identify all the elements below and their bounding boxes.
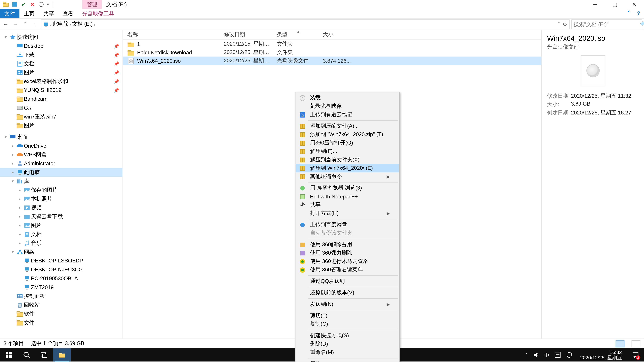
context-menu-item[interactable]: 重命名(M)	[296, 348, 399, 357]
context-menu-item[interactable]: 装载	[296, 94, 399, 102]
ribbon-tab-home[interactable]: 主页	[20, 9, 39, 18]
help-button[interactable]: ?	[634, 9, 644, 18]
tree-item[interactable]: Bandicam	[0, 94, 122, 103]
address-dropdown[interactable]: ˅	[558, 21, 560, 27]
chevron-icon[interactable]: ▸	[17, 223, 23, 228]
context-menu-item[interactable]: 使用 360管理右键菜单	[296, 266, 399, 274]
tree-item[interactable]: ▾库	[0, 177, 122, 186]
file-row[interactable]: Win7x64_2020.iso2020/12/25, 星期五 1...光盘映像…	[123, 57, 541, 65]
search-icon[interactable]: 🔍	[640, 21, 644, 27]
tree-item[interactable]: win7重装win7	[0, 112, 122, 121]
tree-item[interactable]: excel表格制作求和📌	[0, 77, 122, 86]
context-menu-item[interactable]: 复制(C)	[296, 320, 399, 328]
file-row[interactable]: BaiduNetdiskDownload2020/12/25, 星期五 1...…	[123, 48, 541, 56]
minimize-button[interactable]: ─	[586, 0, 605, 9]
context-menu-item[interactable]: 打开方式(H)▶	[296, 209, 399, 217]
context-menu-item[interactable]: 刻录光盘映像	[296, 102, 399, 110]
action-center-button[interactable]: 3	[630, 349, 641, 361]
context-menu-item[interactable]: 属性(R)	[296, 360, 399, 362]
task-view-button[interactable]	[36, 348, 53, 362]
taskbar-explorer[interactable]	[53, 348, 70, 362]
context-menu-item[interactable]: 使用 360强力删除	[296, 249, 399, 257]
chevron-icon[interactable]: ▸	[17, 232, 23, 236]
qat-btn-3[interactable]: ✖	[29, 1, 36, 7]
context-menu-item[interactable]: 添加到压缩文件(A)...	[296, 122, 399, 130]
ribbon-tab-share[interactable]: 共享	[39, 9, 58, 18]
context-menu-item[interactable]: 通过QQ发送到	[296, 277, 399, 285]
context-menu-item[interactable]: 使用 360解除占用	[296, 241, 399, 249]
ime-indicator[interactable]: 中	[544, 352, 549, 358]
file-row[interactable]: 12020/12/15, 星期二 1...文件夹	[123, 40, 541, 48]
tree-item[interactable]: ▸本机照片	[0, 194, 122, 203]
tree-item[interactable]: ▸视频	[0, 203, 122, 212]
qat-dropdown[interactable]: ▾	[47, 2, 49, 6]
ribbon-tab-disc-tools[interactable]: 光盘映像工具	[78, 9, 118, 18]
column-size[interactable]: 大小	[318, 30, 354, 39]
taskbar-search[interactable]	[18, 348, 35, 362]
ribbon-collapse[interactable]: ˅	[624, 9, 634, 18]
column-type[interactable]: 类型	[272, 30, 318, 39]
tree-item[interactable]: 软件	[0, 309, 122, 318]
tree-desktop-group[interactable]: ▾桌面	[0, 133, 122, 141]
nav-history-dropdown[interactable]: ˅	[21, 20, 29, 28]
breadcrumb[interactable]: › 此电脑 › 文档 (E:) › ˅ ⟳	[41, 19, 570, 29]
nav-back[interactable]: ←	[2, 20, 10, 28]
nav-up[interactable]: ↑	[31, 20, 39, 28]
tree-item[interactable]: DESKTOP-LSSOEDP	[0, 256, 122, 265]
security-icon[interactable]	[566, 352, 572, 358]
taskbar-clock[interactable]: 16:32 2020/12/25, 星期五	[578, 350, 624, 360]
tree-item[interactable]: ▸图片	[0, 221, 122, 230]
qat-btn-4[interactable]	[38, 1, 44, 7]
context-menu-item[interactable]: 用360压缩打开(Q)	[296, 139, 399, 147]
chevron-icon[interactable]: ▸	[10, 161, 16, 166]
tree-item[interactable]: ▸天翼云盘下载	[0, 212, 122, 221]
column-modified[interactable]: 修改日期	[219, 30, 272, 39]
chevron-icon[interactable]: ▸	[17, 241, 23, 245]
tree-item[interactable]: ▸OneDrive	[0, 141, 122, 150]
chevron-icon[interactable]: ▸	[17, 205, 23, 210]
context-menu-item[interactable]: 添加到 "Win7x64_2020.zip" (T)	[296, 130, 399, 139]
tree-item[interactable]: 文件	[0, 318, 122, 327]
tree-item[interactable]: 图片📌	[0, 68, 122, 77]
chevron-icon[interactable]: ▾	[3, 135, 9, 139]
column-name[interactable]: 名称	[123, 30, 219, 39]
context-menu-item[interactable]: 发送到(N)▶	[296, 300, 399, 309]
tree-item[interactable]: ▸WPS网盘	[0, 150, 122, 159]
context-menu-item[interactable]: 使用 360进行木马云查杀	[296, 257, 399, 266]
tree-item[interactable]: ZMT2019	[0, 283, 122, 292]
context-menu-item[interactable]: 用 蜂蜜浏览器 浏览(3)	[296, 184, 399, 192]
context-menu-item[interactable]: 创建快捷方式(S)	[296, 332, 399, 340]
chevron-right-icon[interactable]: ›	[70, 21, 71, 27]
ribbon-tab-file[interactable]: 文件	[0, 9, 20, 18]
context-menu-item[interactable]: 删除(D)	[296, 340, 399, 348]
chevron-icon[interactable]: ▾	[10, 250, 16, 254]
chevron-icon[interactable]: ▸	[10, 170, 16, 174]
tree-item[interactable]: ▸文档	[0, 230, 122, 239]
tray-overflow[interactable]: ˄	[525, 353, 528, 357]
tree-item[interactable]: ▸保存的图片	[0, 186, 122, 195]
ribbon-tab-view[interactable]: 查看	[58, 9, 78, 18]
qat-btn-2[interactable]: ✔	[20, 1, 26, 7]
ime-mode-icon[interactable]	[554, 352, 561, 358]
start-button[interactable]	[0, 348, 18, 362]
tree-item[interactable]: 回收站	[0, 301, 122, 309]
tree-quick-access[interactable]: ▾快速访问	[0, 33, 122, 41]
context-menu-item[interactable]: Edit with Notepad++	[296, 192, 399, 201]
chevron-icon[interactable]: ▸	[17, 214, 23, 219]
chevron-icon[interactable]: ▸	[10, 144, 16, 148]
crumb-this-pc[interactable]: 此电脑	[53, 20, 68, 28]
tree-item[interactable]: ▸此电脑	[0, 168, 122, 177]
view-details-button[interactable]	[616, 340, 624, 347]
chevron-icon[interactable]: ▾	[10, 179, 16, 183]
context-menu-item[interactable]: 上传到有道云笔记	[296, 110, 399, 119]
tree-item[interactable]: YUNQISHI2019📌	[0, 86, 122, 95]
tree-item[interactable]: Desktop📌	[0, 41, 122, 50]
chevron-icon[interactable]: ▸	[17, 197, 23, 201]
chevron-icon[interactable]: ▾	[3, 35, 9, 39]
context-menu-item[interactable]: 上传到百度网盘	[296, 221, 399, 229]
tree-item[interactable]: G:\	[0, 103, 122, 112]
chevron-icon[interactable]: ▸	[10, 152, 16, 157]
nav-forward[interactable]: →	[12, 20, 20, 28]
tree-item[interactable]: 图片	[0, 121, 122, 130]
tree-item[interactable]: PC-20190530OBLA	[0, 274, 122, 283]
